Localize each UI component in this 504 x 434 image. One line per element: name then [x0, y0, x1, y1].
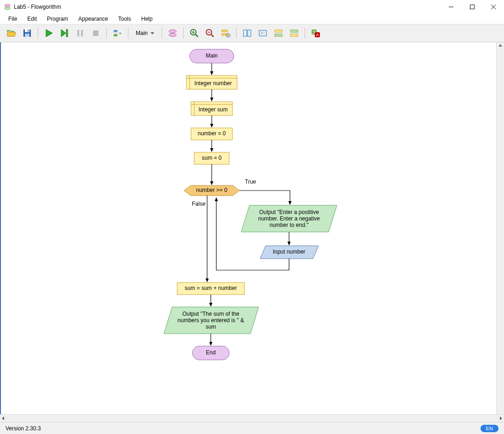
menu-edit[interactable]: Edit — [23, 15, 41, 23]
node-declare-sum-label: Integer sum — [198, 106, 227, 113]
svg-rect-8 — [25, 34, 29, 37]
flowchart-canvas[interactable]: Main Integer number Integer sum number =… — [1, 42, 496, 414]
separator — [38, 28, 38, 39]
version-label: Version 2.30.3 — [6, 425, 41, 432]
menu-appearance[interactable]: Appearance — [74, 15, 113, 23]
node-output1-l3: number to end." — [270, 222, 309, 228]
node-assign-number-label: number = 0 — [197, 130, 226, 137]
window-title: Lab5 - Flowgorithm — [14, 4, 440, 10]
false-label: False — [192, 201, 206, 207]
node-end-label: End — [206, 349, 215, 356]
svg-line-19 — [196, 35, 198, 37]
scroll-left-icon — [2, 417, 4, 420]
svg-rect-12 — [81, 30, 83, 36]
node-output1-l1: Output "Enter a postitive — [259, 209, 319, 215]
run-button[interactable] — [42, 26, 56, 40]
app-icon — [4, 3, 11, 11]
svg-point-16 — [169, 30, 176, 33]
zoom-out-button[interactable] — [203, 26, 217, 40]
minimize-button[interactable] — [440, 0, 462, 14]
function-selector-label: Main — [136, 30, 148, 36]
svg-rect-35 — [290, 30, 298, 32]
scroll-up-icon — [498, 44, 502, 46]
open-button[interactable] — [5, 26, 18, 40]
dropdown-arrow-icon — [151, 32, 154, 35]
svg-text:A: A — [316, 33, 319, 37]
zoom-in-button[interactable] — [187, 26, 201, 40]
language-badge[interactable]: EN — [481, 425, 498, 432]
canvas-area: Main Integer number Integer sum number =… — [0, 42, 504, 414]
svg-rect-34 — [275, 34, 282, 36]
node-declare-number-label: Integer number — [194, 80, 232, 87]
vertical-scrollbar[interactable] — [496, 42, 504, 414]
tool-panel2-button[interactable] — [272, 26, 285, 40]
menu-help[interactable]: Help — [137, 15, 157, 23]
tool-translate-button[interactable]: 文A — [309, 26, 323, 40]
menu-program[interactable]: Program — [42, 15, 73, 23]
node-input-label: Input number — [273, 249, 306, 255]
save-button[interactable] — [20, 26, 34, 40]
maximize-button[interactable] — [462, 0, 483, 14]
svg-rect-3 — [470, 5, 475, 9]
node-assign-sum-label: sum = 0 — [202, 155, 221, 161]
svg-point-0 — [5, 4, 10, 7]
stop-button[interactable] — [89, 26, 103, 40]
svg-rect-36 — [290, 34, 298, 36]
node-start-label: Main — [206, 52, 218, 59]
flowchart-svg: Main Integer number Integer sum number =… — [1, 42, 489, 411]
menu-file[interactable]: File — [4, 15, 22, 23]
menu-tools[interactable]: Tools — [114, 15, 136, 23]
step-button[interactable] — [58, 26, 71, 40]
layout-settings-button[interactable] — [219, 26, 232, 40]
add-function-button[interactable] — [166, 26, 180, 40]
svg-rect-10 — [66, 29, 68, 37]
separator — [183, 28, 184, 39]
svg-text:x=: x= — [261, 30, 265, 35]
tool-variable-button[interactable]: x= — [256, 26, 270, 40]
svg-rect-29 — [243, 30, 247, 36]
separator — [305, 28, 305, 39]
horizontal-scrollbar[interactable] — [0, 414, 504, 422]
node-output2-l1: Output "The sum of the — [182, 311, 239, 317]
tool-panel1-button[interactable] — [240, 26, 254, 40]
layout-dropdown-button[interactable] — [110, 26, 124, 40]
node-output2-l2: numbers you entered is " & — [178, 317, 244, 324]
svg-point-17 — [169, 34, 176, 37]
svg-rect-9 — [28, 30, 29, 32]
pause-button[interactable] — [73, 26, 87, 40]
svg-rect-15 — [114, 34, 117, 36]
close-button[interactable] — [483, 0, 504, 14]
window-controls — [440, 0, 504, 14]
svg-point-28 — [228, 35, 229, 36]
svg-rect-30 — [248, 30, 251, 36]
separator — [128, 28, 128, 39]
menubar: File Edit Program Appearance Tools Help — [0, 14, 504, 24]
node-decision-label: number >= 0 — [196, 187, 227, 193]
svg-rect-7 — [25, 29, 29, 32]
svg-rect-25 — [222, 30, 227, 32]
scroll-right-icon — [500, 417, 502, 420]
svg-rect-33 — [275, 30, 282, 32]
svg-point-1 — [5, 7, 10, 10]
separator — [106, 28, 107, 39]
node-assign-sum2-label: sum = sum + number — [185, 285, 237, 291]
svg-rect-13 — [93, 30, 98, 36]
svg-rect-11 — [77, 30, 79, 36]
svg-rect-14 — [114, 30, 117, 32]
statusbar: Version 2.30.3 EN — [0, 422, 504, 434]
titlebar: Lab5 - Flowgorithm — [0, 0, 504, 14]
edge-true — [239, 191, 290, 204]
tool-panel3-button[interactable] — [287, 26, 301, 40]
node-output2-l3: sum — [206, 324, 216, 330]
svg-line-23 — [211, 35, 214, 37]
function-selector[interactable]: Main — [132, 27, 158, 39]
separator — [236, 28, 237, 39]
toolbar: Main x= 文A — [0, 24, 504, 42]
separator — [162, 28, 162, 39]
true-label: True — [245, 179, 256, 185]
node-output1-l2: number. Enter a negative — [258, 215, 320, 222]
